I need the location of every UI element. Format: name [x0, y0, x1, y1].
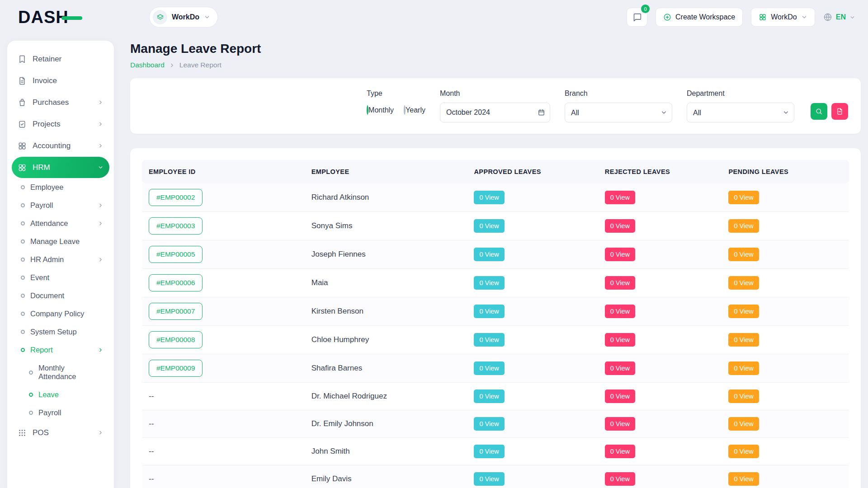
table-row: #EMP00002Richard Atkinson0 View0 View0 V…: [142, 183, 849, 212]
chevron-right-icon: [98, 202, 104, 208]
rejected-leaves-view-badge[interactable]: 0 View: [605, 389, 635, 403]
rejected-leaves-view-badge[interactable]: 0 View: [605, 472, 635, 486]
breadcrumb-dashboard-link[interactable]: Dashboard: [130, 61, 165, 69]
column-header-pending-leaves: PENDING LEAVES: [722, 160, 849, 183]
messages-button[interactable]: 0: [627, 8, 647, 27]
approved-leaves-view-badge[interactable]: 0 View: [474, 472, 504, 486]
rejected-leaves-view-badge[interactable]: 0 View: [605, 191, 635, 204]
chat-icon: [632, 13, 642, 22]
rejected-leaves-view-badge[interactable]: 0 View: [605, 333, 635, 347]
pending-leaves-view-badge[interactable]: 0 View: [728, 276, 759, 290]
workspace-switcher-button[interactable]: WorkDo: [751, 8, 815, 27]
sidebar-item-report[interactable]: Report: [12, 341, 109, 359]
sidebar-item-label: Document: [30, 291, 64, 300]
workspace-selector[interactable]: WorkDo: [149, 7, 218, 28]
app-logo: DASH: [18, 8, 118, 27]
export-button[interactable]: [831, 103, 848, 120]
approved-leaves-view-badge[interactable]: 0 View: [474, 191, 504, 204]
rejected-leaves-view-badge[interactable]: 0 View: [605, 276, 635, 290]
sidebar: RetainerInvoicePurchasesProjectsAccounti…: [7, 41, 114, 488]
rejected-leaves-view-badge[interactable]: 0 View: [605, 219, 635, 233]
sidebar-item-document[interactable]: Document: [12, 287, 109, 305]
approved-leaves-view-badge[interactable]: 0 View: [474, 305, 504, 318]
sidebar-item-accounting[interactable]: Accounting: [12, 135, 109, 156]
approved-leaves-view-badge[interactable]: 0 View: [474, 389, 504, 403]
radio-monthly[interactable]: Monthly: [367, 106, 394, 114]
sidebar-item-hr-admin[interactable]: HR Admin: [12, 251, 109, 268]
approved-leaves-view-badge[interactable]: 0 View: [474, 361, 504, 375]
sidebar-item-system-setup[interactable]: System Setup: [12, 323, 109, 341]
pending-leaves-view-badge[interactable]: 0 View: [728, 389, 759, 403]
sidebar-item-retainer[interactable]: Retainer: [12, 48, 109, 70]
approved-leaves-view-badge[interactable]: 0 View: [474, 445, 504, 458]
sidebar-item-purchases[interactable]: Purchases: [12, 92, 109, 113]
pending-leaves-cell: 0 View: [722, 297, 849, 326]
sidebar-item-attendance[interactable]: Attendance: [12, 215, 109, 232]
radio-yearly[interactable]: Yearly: [404, 106, 425, 114]
bullet-icon: [21, 239, 25, 244]
department-select[interactable]: All: [687, 103, 794, 122]
sidebar-item-label: Report: [30, 346, 53, 354]
employee-id-button[interactable]: #EMP00009: [149, 360, 203, 377]
employee-id-cell: --: [142, 438, 305, 465]
sidebar-item-employee[interactable]: Employee: [12, 178, 109, 196]
bullet-icon: [21, 294, 25, 298]
pending-leaves-view-badge[interactable]: 0 View: [728, 333, 759, 347]
employee-id-cell: #EMP00009: [142, 354, 305, 383]
sidebar-item-manage-leave[interactable]: Manage Leave: [12, 233, 109, 250]
branch-select[interactable]: All: [565, 103, 672, 122]
month-input[interactable]: [440, 103, 550, 122]
rejected-leaves-view-badge[interactable]: 0 View: [605, 248, 635, 261]
employee-id-button[interactable]: #EMP00005: [149, 246, 203, 263]
sidebar-item-event[interactable]: Event: [12, 269, 109, 286]
sidebar-item-invoice[interactable]: Invoice: [12, 70, 109, 91]
search-button[interactable]: [811, 103, 827, 120]
approved-leaves-view-badge[interactable]: 0 View: [474, 219, 504, 233]
leave-report-table: EMPLOYEE IDEMPLOYEEAPPROVED LEAVESREJECT…: [142, 160, 849, 488]
sidebar-item-projects[interactable]: Projects: [12, 113, 109, 135]
pending-leaves-view-badge[interactable]: 0 View: [728, 305, 759, 318]
rejected-leaves-view-badge[interactable]: 0 View: [605, 305, 635, 318]
retainer-icon: [18, 54, 27, 64]
sidebar-item-leave[interactable]: Leave: [12, 386, 109, 404]
pending-leaves-view-badge[interactable]: 0 View: [728, 219, 759, 233]
pending-leaves-view-badge[interactable]: 0 View: [728, 472, 759, 486]
sidebar-item-pos[interactable]: POS: [12, 422, 109, 443]
employee-id-empty: --: [149, 392, 154, 400]
employee-id-button[interactable]: #EMP00007: [149, 303, 203, 320]
chevron-right-icon: [98, 430, 104, 436]
employee-id-button[interactable]: #EMP00003: [149, 217, 203, 235]
sidebar-item-payroll[interactable]: Payroll: [12, 404, 109, 422]
employee-id-button[interactable]: #EMP00008: [149, 331, 203, 348]
approved-leaves-view-badge[interactable]: 0 View: [474, 417, 504, 431]
language-selector[interactable]: EN: [823, 13, 855, 22]
rejected-leaves-view-badge[interactable]: 0 View: [605, 445, 635, 458]
sidebar-item-company-policy[interactable]: Company Policy: [12, 305, 109, 323]
approved-leaves-view-badge[interactable]: 0 View: [474, 333, 504, 347]
sidebar-item-label: Invoice: [33, 76, 57, 85]
pending-leaves-view-badge[interactable]: 0 View: [728, 248, 759, 261]
radio-label: Yearly: [406, 106, 425, 114]
sidebar-item-label: System Setup: [30, 328, 77, 336]
pending-leaves-view-badge[interactable]: 0 View: [728, 191, 759, 204]
sidebar-item-hrm[interactable]: HRM: [12, 157, 109, 178]
approved-leaves-view-badge[interactable]: 0 View: [474, 248, 504, 261]
rejected-leaves-view-badge[interactable]: 0 View: [605, 417, 635, 431]
approved-leaves-cell: 0 View: [467, 438, 598, 465]
rejected-leaves-cell: 0 View: [598, 383, 722, 410]
bullet-icon: [21, 203, 25, 207]
pending-leaves-view-badge[interactable]: 0 View: [728, 361, 759, 375]
employee-id-button[interactable]: #EMP00002: [149, 189, 203, 206]
rejected-leaves-cell: 0 View: [598, 212, 722, 240]
employee-id-button[interactable]: #EMP00006: [149, 274, 203, 291]
approved-leaves-view-badge[interactable]: 0 View: [474, 276, 504, 290]
rejected-leaves-view-badge[interactable]: 0 View: [605, 361, 635, 375]
pending-leaves-view-badge[interactable]: 0 View: [728, 417, 759, 431]
sidebar-item-payroll[interactable]: Payroll: [12, 197, 109, 214]
sidebar-item-monthly-attendance[interactable]: Monthly Attendance: [12, 359, 109, 385]
create-workspace-button[interactable]: Create Workspace: [656, 8, 743, 27]
pending-leaves-view-badge[interactable]: 0 View: [728, 445, 759, 458]
grid-icon: [759, 13, 767, 21]
bullet-icon: [21, 185, 25, 189]
pending-leaves-cell: 0 View: [722, 240, 849, 269]
